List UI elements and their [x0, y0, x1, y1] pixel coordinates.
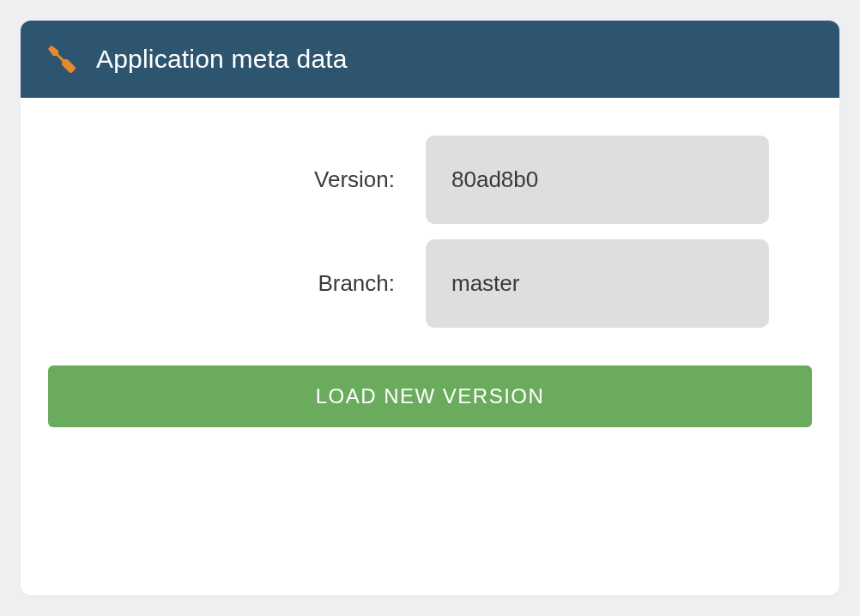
- branch-row: Branch: master: [48, 239, 812, 328]
- load-new-version-button[interactable]: LOAD NEW VERSION: [48, 365, 812, 427]
- version-row: Version: 80ad8b0: [48, 136, 812, 224]
- branch-value: master: [426, 239, 769, 328]
- version-value: 80ad8b0: [426, 136, 769, 224]
- card-body: Version: 80ad8b0 Branch: master LOAD NEW…: [21, 98, 839, 455]
- button-row: LOAD NEW VERSION: [48, 365, 812, 427]
- branch-label: Branch:: [48, 270, 426, 297]
- wrench-icon: [48, 45, 76, 73]
- card-header: Application meta data: [21, 21, 839, 98]
- card-title: Application meta data: [96, 45, 348, 74]
- metadata-card: Application meta data Version: 80ad8b0 B…: [21, 21, 839, 595]
- version-label: Version:: [48, 166, 426, 193]
